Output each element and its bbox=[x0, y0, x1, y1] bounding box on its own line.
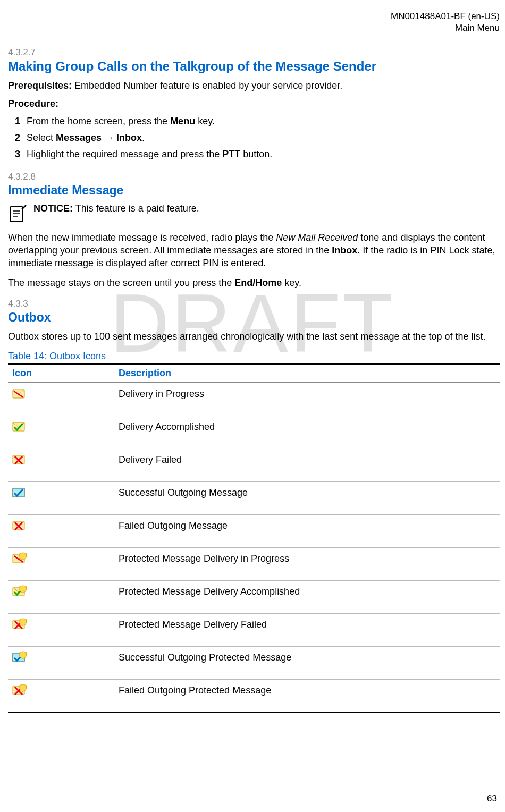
table-cell-description: Delivery in Progress bbox=[114, 383, 500, 416]
protected-accomplished-icon bbox=[8, 581, 114, 614]
notice-icon bbox=[8, 204, 27, 223]
delivery-progress-icon bbox=[8, 383, 114, 416]
table-row: Delivery Failed bbox=[8, 449, 500, 482]
table-caption: Table 14: Outbox Icons bbox=[8, 351, 500, 362]
table-cell-description: Successful Outgoing Message bbox=[114, 482, 500, 515]
table-cell-description: Protected Message Delivery Failed bbox=[114, 614, 500, 647]
section-number-433: 4.3.3 bbox=[8, 299, 500, 309]
procedure-step: 2Select Messages → Inbox. bbox=[27, 130, 500, 146]
table-cell-description: Successful Outgoing Protected Message bbox=[114, 647, 500, 680]
outbox-icons-table: Icon Description Delivery in ProgressDel… bbox=[8, 363, 500, 713]
section-number-4328: 4.3.2.8 bbox=[8, 172, 500, 182]
step-text-post: button. bbox=[240, 149, 272, 159]
prerequisites: Prerequisites: Embedded Number feature i… bbox=[8, 79, 500, 92]
prereq-text: Embedded Number feature is enabled by yo… bbox=[72, 80, 342, 91]
step-text-bold: PTT bbox=[222, 149, 240, 159]
delivery-accomplished-icon bbox=[8, 416, 114, 449]
step-number: 3 bbox=[15, 147, 27, 162]
procedure-step: 1From the home screen, press the Menu ke… bbox=[27, 114, 500, 129]
step-text-pre: From the home screen, press the bbox=[27, 116, 170, 126]
failed-outgoing-icon bbox=[8, 515, 114, 548]
notice-body: This feature is a paid feature. bbox=[73, 203, 199, 214]
para-fragment: The message stays on the screen until yo… bbox=[8, 277, 234, 288]
failed-outgoing-protected-icon bbox=[8, 680, 114, 713]
protected-failed-icon bbox=[8, 614, 114, 647]
step-text-bold: Menu bbox=[170, 116, 195, 126]
success-outgoing-protected-icon bbox=[8, 647, 114, 680]
para-fragment: key. bbox=[282, 277, 301, 288]
table-cell-description: Failed Outgoing Message bbox=[114, 515, 500, 548]
table-row: Delivery Accomplished bbox=[8, 416, 500, 449]
procedure-step: 3Highlight the required message and pres… bbox=[27, 147, 500, 162]
para-fragment: When the new immediate message is receiv… bbox=[8, 232, 276, 243]
step-text-post: . bbox=[142, 132, 145, 143]
immediate-msg-para2: The message stays on the screen until yo… bbox=[8, 276, 500, 289]
section-title-433: Outbox bbox=[8, 310, 500, 325]
notice-text: NOTICE: This feature is a paid feature. bbox=[33, 203, 199, 214]
section-title-4327: Making Group Calls on the Talkgroup of t… bbox=[8, 59, 500, 74]
table-cell-description: Failed Outgoing Protected Message bbox=[114, 680, 500, 713]
notice-label: NOTICE: bbox=[33, 203, 73, 214]
page-header: MN001488A01-BF (en-US) Main Menu bbox=[8, 11, 500, 34]
page-number: 63 bbox=[487, 793, 497, 804]
section-title-4328: Immediate Message bbox=[8, 183, 500, 198]
table-row: Protected Message Delivery Failed bbox=[8, 614, 500, 647]
step-text-bold: Messages → Inbox bbox=[56, 132, 142, 143]
table-cell-description: Protected Message Delivery Accomplished bbox=[114, 581, 500, 614]
procedure-list: 1From the home screen, press the Menu ke… bbox=[8, 114, 500, 162]
table-row: Failed Outgoing Message bbox=[8, 515, 500, 548]
table-row: Failed Outgoing Protected Message bbox=[8, 680, 500, 713]
step-text-post: key. bbox=[195, 116, 215, 126]
success-outgoing-icon bbox=[8, 482, 114, 515]
table-header-icon: Icon bbox=[8, 364, 114, 383]
para-italic: New Mail Received bbox=[276, 232, 358, 243]
table-cell-description: Delivery Failed bbox=[114, 449, 500, 482]
notice-block: NOTICE: This feature is a paid feature. bbox=[8, 203, 500, 223]
table-cell-description: Delivery Accomplished bbox=[114, 416, 500, 449]
section-number-4327: 4.3.2.7 bbox=[8, 47, 500, 58]
protected-progress-icon bbox=[8, 548, 114, 581]
table-row: Successful Outgoing Message bbox=[8, 482, 500, 515]
step-text-pre: Select bbox=[27, 132, 56, 143]
table-row: Protected Message Delivery in Progress bbox=[8, 548, 500, 581]
table-row: Delivery in Progress bbox=[8, 383, 500, 416]
para-bold: Inbox bbox=[332, 245, 357, 256]
table-cell-description: Protected Message Delivery in Progress bbox=[114, 548, 500, 581]
table-row: Protected Message Delivery Accomplished bbox=[8, 581, 500, 614]
svg-rect-0 bbox=[10, 207, 23, 222]
step-number: 2 bbox=[15, 130, 27, 146]
prereq-label: Prerequisites: bbox=[8, 80, 72, 91]
step-number: 1 bbox=[15, 114, 27, 129]
step-text-pre: Highlight the required message and press… bbox=[27, 149, 222, 159]
procedure-label: Procedure: bbox=[8, 98, 500, 109]
table-header-description: Description bbox=[114, 364, 500, 383]
doc-section: Main Menu bbox=[8, 22, 500, 34]
delivery-failed-icon bbox=[8, 449, 114, 482]
immediate-msg-para1: When the new immediate message is receiv… bbox=[8, 231, 500, 270]
doc-id: MN001488A01-BF (en-US) bbox=[8, 11, 500, 22]
outbox-para: Outbox stores up to 100 sent messages ar… bbox=[8, 330, 500, 343]
para-bold: End/Home bbox=[234, 277, 282, 288]
table-row: Successful Outgoing Protected Message bbox=[8, 647, 500, 680]
